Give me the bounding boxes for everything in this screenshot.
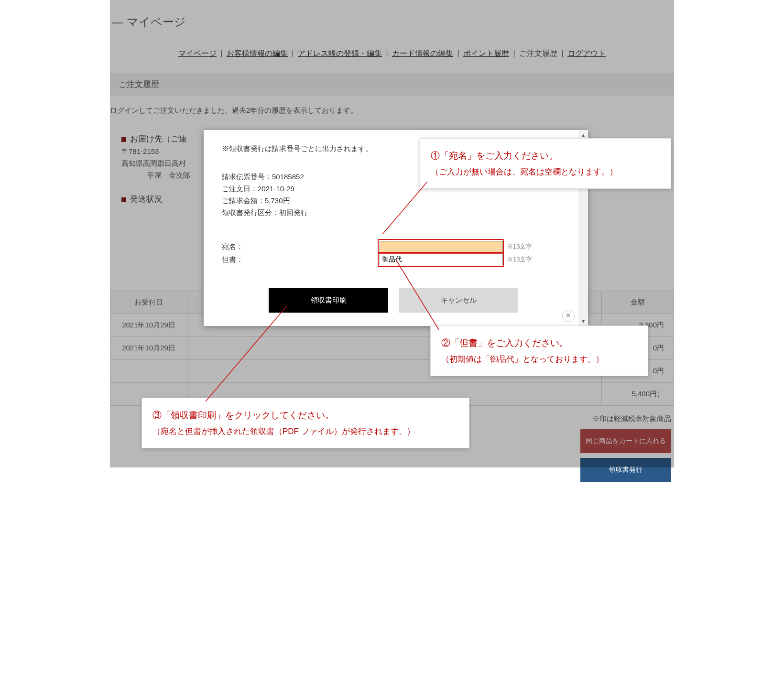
callout-1-line2: （ご入力が無い場合は、宛名は空欄となります。） [431,164,660,180]
invoice-no-label: 請求伝票番号： [222,173,272,181]
close-icon[interactable]: ✕ [562,310,575,322]
issue-type-label: 領収書発行区分： [222,208,279,217]
callout-3-line2: （宛名と但書が挿入された領収書（PDF ファイル）が発行されます。） [152,424,458,439]
callout-1: ①「宛名」をご入力ください。 （ご入力が無い場合は、宛名は空欄となります。） [420,138,671,189]
callout-1-line1: ①「宛名」をご入力ください。 [431,147,660,164]
char-limit: ※13文字 [507,255,532,264]
order-date: 2021-10-29 [258,185,294,193]
callout-2-line2: （初期値は「御品代」となっております。） [441,352,637,367]
memo-label: 但書： [222,255,380,264]
issue-type: 初回発行 [279,208,308,217]
print-receipt-button[interactable]: 領収書印刷 [269,288,388,313]
amount: 5,730円 [265,196,290,205]
name-input[interactable] [380,241,503,252]
invoice-no: 50185852 [272,173,304,181]
amount-label: ご請求金額： [222,196,265,205]
callout-2-line1: ②「但書」をご入力ください。 [441,335,637,352]
order-date-label: ご注文日： [222,185,258,193]
callout-3-line1: ③「領収書印刷」をクリックしてください。 [152,407,458,424]
callout-2: ②「但書」をご入力ください。 （初期値は「御品代」となっております。） [430,326,648,376]
memo-input[interactable] [380,254,503,265]
char-limit: ※13文字 [507,242,532,251]
scroll-down-icon[interactable]: ▾ [578,316,588,326]
page-root: — マイページ マイページ | お客様情報の編集 | アドレス帳の登録・編集 |… [110,0,674,467]
name-label: 宛名： [222,242,380,251]
cancel-button[interactable]: キャンセル [399,288,518,313]
callout-3: ③「領収書印刷」をクリックしてください。 （宛名と但書が挿入された領収書（PDF… [142,398,469,448]
